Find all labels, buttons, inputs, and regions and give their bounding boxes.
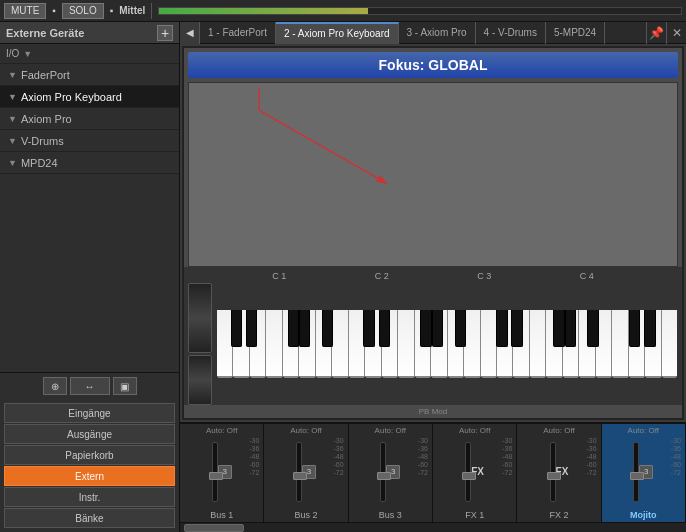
fader-handle-ch5[interactable]: [547, 472, 561, 480]
key-label-c2: C 2: [375, 271, 389, 281]
fader-handle-ch4[interactable]: [462, 472, 476, 480]
meter: [158, 7, 682, 15]
focus-bar: Fokus: GLOBAL: [188, 52, 678, 78]
io-dropdown[interactable]: ▼: [23, 49, 32, 59]
auto-label-ch1: Auto: Off: [206, 426, 237, 435]
white-key[interactable]: [398, 310, 414, 378]
tab-faderport[interactable]: 1 - FaderPort: [200, 22, 276, 44]
scroll-thumb[interactable]: [184, 524, 244, 532]
db-mark: -36: [671, 445, 681, 452]
white-key[interactable]: [546, 310, 562, 378]
white-key[interactable]: [382, 310, 398, 378]
device-label: FaderPort: [21, 69, 70, 81]
bus-label-ch3: Bus 3: [379, 510, 402, 520]
db-mark: -30: [671, 437, 681, 444]
auto-label-ch3: Auto: Off: [375, 426, 406, 435]
fader-track-ch2[interactable]: [296, 442, 302, 502]
sidebar-title: Externe Geräte: [6, 27, 84, 39]
tab-scroll-left[interactable]: ◀: [180, 22, 200, 44]
fader-handle-ch3[interactable]: [377, 472, 391, 480]
white-key[interactable]: [645, 310, 661, 378]
key-label-c1: C 1: [272, 271, 286, 281]
db-mark: -60: [249, 461, 259, 468]
mod-wheel[interactable]: [188, 355, 212, 405]
fader-track-ch3[interactable]: [380, 442, 386, 502]
ctrl-btn-2[interactable]: ↔: [70, 377, 110, 395]
fader-track-ch5[interactable]: [550, 442, 556, 502]
white-key[interactable]: [497, 310, 513, 378]
db-mark: -72: [671, 469, 681, 476]
white-key[interactable]: [299, 310, 315, 378]
white-key[interactable]: [283, 310, 299, 378]
device-item-faderport[interactable]: ▼FaderPort: [0, 64, 179, 86]
mixer-channel-ch4: Auto: Off-30-36-48-60-72FXFX 1: [433, 424, 517, 522]
white-key[interactable]: [579, 310, 595, 378]
tab-axiom-keyboard[interactable]: 2 - Axiom Pro Keyboard: [276, 22, 399, 44]
db-mark: -36: [418, 445, 428, 452]
mute-indicator: ▪: [52, 5, 56, 16]
fader-handle-ch6[interactable]: [630, 472, 644, 480]
white-key[interactable]: [217, 310, 233, 378]
ctrl-btn-1[interactable]: ⊕: [43, 377, 67, 395]
fader-track-ch6[interactable]: [633, 442, 639, 502]
db-scale: -30-36-48-60-72: [418, 437, 428, 476]
white-key[interactable]: [464, 310, 480, 378]
white-keys: [217, 310, 677, 378]
add-device-button[interactable]: +: [157, 25, 173, 41]
fader-handle-ch2[interactable]: [293, 472, 307, 480]
device-item-mpd24[interactable]: ▼MPD24: [0, 152, 179, 174]
tab-v-drums[interactable]: 4 - V-Drums: [476, 22, 546, 44]
db-scale: -30-36-48-60-72: [502, 437, 512, 476]
white-key[interactable]: [332, 310, 348, 378]
white-key[interactable]: [431, 310, 447, 378]
device-item-v-drums[interactable]: ▼V-Drums: [0, 130, 179, 152]
tab-axiom-pro[interactable]: 3 - Axiom Pro: [399, 22, 476, 44]
white-key[interactable]: [448, 310, 464, 378]
keyboard-keys[interactable]: [216, 309, 678, 379]
nav-btn-instr[interactable]: Instr.: [4, 487, 175, 507]
device-arrow: ▼: [8, 70, 17, 80]
nav-btn-extern[interactable]: Extern: [4, 466, 175, 486]
db-mark: -72: [502, 469, 512, 476]
nav-btn-banke[interactable]: Bänke: [4, 508, 175, 528]
db-mark: -72: [587, 469, 597, 476]
white-key[interactable]: [563, 310, 579, 378]
bottom-scrollbar[interactable]: [180, 522, 686, 532]
device-item-axiom-pro-keyboard[interactable]: ▼Axiom Pro Keyboard: [0, 86, 179, 108]
white-key[interactable]: [530, 310, 546, 378]
white-key[interactable]: [596, 310, 612, 378]
pb-mod-label: PB Mod: [184, 405, 682, 418]
bus-label-ch2: Bus 2: [294, 510, 317, 520]
nav-btn-eingange[interactable]: Eingänge: [4, 403, 175, 423]
fader-track-ch1[interactable]: [212, 442, 218, 502]
left-sidebar: Externe Geräte + I/O ▼ ▼FaderPort▼Axiom …: [0, 22, 180, 532]
white-key[interactable]: [513, 310, 529, 378]
nav-btn-ausgange[interactable]: Ausgänge: [4, 424, 175, 444]
tab-pin-button[interactable]: 📌: [646, 22, 666, 44]
white-key[interactable]: [250, 310, 266, 378]
db-mark: -48: [671, 453, 681, 460]
bus-label-ch1: Bus 1: [210, 510, 233, 520]
fader-handle-ch1[interactable]: [209, 472, 223, 480]
white-key[interactable]: [349, 310, 365, 378]
tab-mpd24[interactable]: 5-MPD24: [546, 22, 605, 44]
fader-area-ch2: -30-36-48-60-723: [266, 435, 345, 508]
tab-close-button[interactable]: ✕: [666, 22, 686, 44]
mute-button[interactable]: MUTE: [4, 3, 46, 19]
white-key[interactable]: [662, 310, 677, 378]
key-label-c4: C 4: [580, 271, 594, 281]
white-key[interactable]: [233, 310, 249, 378]
device-item-axiom-pro[interactable]: ▼Axiom Pro: [0, 108, 179, 130]
fader-track-ch4[interactable]: [465, 442, 471, 502]
nav-btn-papierkorb[interactable]: Papierkorb: [4, 445, 175, 465]
white-key[interactable]: [365, 310, 381, 378]
ctrl-btn-3[interactable]: ▣: [113, 377, 137, 395]
pitch-wheel[interactable]: [188, 283, 212, 353]
white-key[interactable]: [415, 310, 431, 378]
white-key[interactable]: [481, 310, 497, 378]
solo-button[interactable]: SOLO: [62, 3, 104, 19]
white-key[interactable]: [316, 310, 332, 378]
white-key[interactable]: [612, 310, 628, 378]
white-key[interactable]: [629, 310, 645, 378]
white-key[interactable]: [266, 310, 282, 378]
